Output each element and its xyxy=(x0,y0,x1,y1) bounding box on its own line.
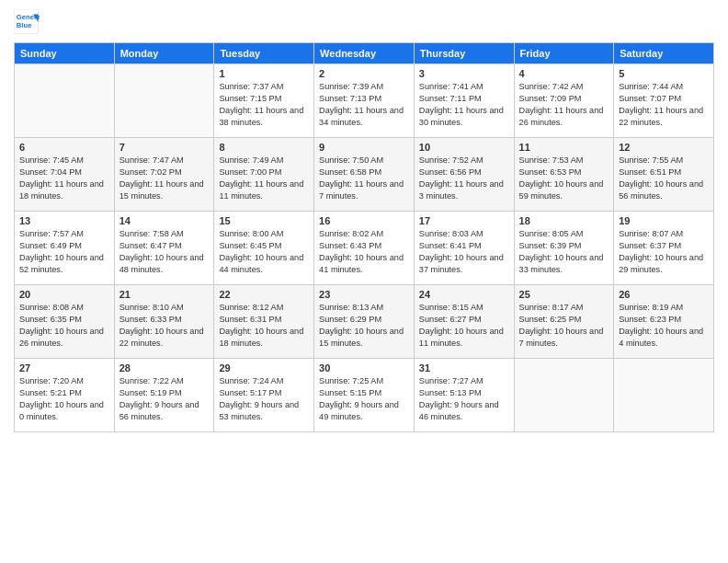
day-header-saturday: Saturday xyxy=(614,43,714,64)
day-number: 17 xyxy=(419,215,509,226)
day-info: Sunrise: 8:05 AM Sunset: 6:39 PM Dayligh… xyxy=(519,228,609,276)
day-info: Sunrise: 7:53 AM Sunset: 6:53 PM Dayligh… xyxy=(519,155,609,202)
day-number: 31 xyxy=(419,362,509,373)
day-info: Sunrise: 7:47 AM Sunset: 7:02 PM Dayligh… xyxy=(119,155,210,202)
day-number: 21 xyxy=(119,289,210,300)
calendar-cell: 4Sunrise: 7:42 AM Sunset: 7:09 PM Daylig… xyxy=(514,64,614,138)
day-info: Sunrise: 7:41 AM Sunset: 7:11 PM Dayligh… xyxy=(419,81,509,129)
logo: General Blue xyxy=(14,9,41,35)
day-info: Sunrise: 7:42 AM Sunset: 7:09 PM Dayligh… xyxy=(519,81,609,129)
calendar-cell: 26Sunrise: 8:19 AM Sunset: 6:23 PM Dayli… xyxy=(614,285,714,359)
day-info: Sunrise: 7:20 AM Sunset: 5:21 PM Dayligh… xyxy=(19,375,109,423)
day-info: Sunrise: 7:45 AM Sunset: 7:04 PM Dayligh… xyxy=(19,155,109,202)
day-number: 28 xyxy=(119,362,210,373)
calendar-cell: 17Sunrise: 8:03 AM Sunset: 6:41 PM Dayli… xyxy=(414,212,514,285)
logo-icon: General Blue xyxy=(14,9,40,35)
day-info: Sunrise: 7:58 AM Sunset: 6:47 PM Dayligh… xyxy=(119,228,210,276)
day-info: Sunrise: 7:37 AM Sunset: 7:15 PM Dayligh… xyxy=(219,81,309,129)
day-info: Sunrise: 7:24 AM Sunset: 5:17 PM Dayligh… xyxy=(219,375,309,423)
calendar-cell xyxy=(114,64,214,138)
day-header-friday: Friday xyxy=(514,43,614,64)
svg-text:Blue: Blue xyxy=(17,21,32,29)
day-number: 11 xyxy=(519,142,609,153)
day-number: 23 xyxy=(319,289,409,300)
calendar-cell: 18Sunrise: 8:05 AM Sunset: 6:39 PM Dayli… xyxy=(514,212,614,285)
day-number: 19 xyxy=(619,215,709,226)
day-info: Sunrise: 7:50 AM Sunset: 6:58 PM Dayligh… xyxy=(319,155,409,202)
day-number: 13 xyxy=(19,215,109,226)
calendar-cell: 28Sunrise: 7:22 AM Sunset: 5:19 PM Dayli… xyxy=(114,359,214,432)
calendar-cell: 1Sunrise: 7:37 AM Sunset: 7:15 PM Daylig… xyxy=(214,64,314,138)
day-info: Sunrise: 8:08 AM Sunset: 6:35 PM Dayligh… xyxy=(19,302,109,350)
day-number: 7 xyxy=(119,142,210,153)
calendar-cell: 10Sunrise: 7:52 AM Sunset: 6:56 PM Dayli… xyxy=(414,138,514,212)
day-number: 22 xyxy=(219,289,309,300)
calendar-cell: 2Sunrise: 7:39 AM Sunset: 7:13 PM Daylig… xyxy=(314,64,415,138)
calendar-cell: 15Sunrise: 8:00 AM Sunset: 6:45 PM Dayli… xyxy=(214,212,314,285)
calendar-cell: 31Sunrise: 7:27 AM Sunset: 5:13 PM Dayli… xyxy=(414,359,514,432)
day-info: Sunrise: 7:57 AM Sunset: 6:49 PM Dayligh… xyxy=(19,228,109,276)
calendar-cell: 30Sunrise: 7:25 AM Sunset: 5:15 PM Dayli… xyxy=(314,359,415,432)
calendar-cell: 25Sunrise: 8:17 AM Sunset: 6:25 PM Dayli… xyxy=(514,285,614,359)
day-number: 16 xyxy=(319,215,409,226)
calendar-cell: 29Sunrise: 7:24 AM Sunset: 5:17 PM Dayli… xyxy=(214,359,314,432)
day-info: Sunrise: 8:15 AM Sunset: 6:27 PM Dayligh… xyxy=(419,302,509,350)
day-info: Sunrise: 7:25 AM Sunset: 5:15 PM Dayligh… xyxy=(319,375,409,423)
day-number: 24 xyxy=(419,289,509,300)
calendar-table: SundayMondayTuesdayWednesdayThursdayFrid… xyxy=(14,42,714,432)
day-info: Sunrise: 8:03 AM Sunset: 6:41 PM Dayligh… xyxy=(419,228,509,276)
calendar-cell: 19Sunrise: 8:07 AM Sunset: 6:37 PM Dayli… xyxy=(614,212,714,285)
day-header-wednesday: Wednesday xyxy=(314,43,415,64)
day-info: Sunrise: 7:44 AM Sunset: 7:07 PM Dayligh… xyxy=(619,81,709,129)
day-info: Sunrise: 8:13 AM Sunset: 6:29 PM Dayligh… xyxy=(319,302,409,350)
calendar-cell: 21Sunrise: 8:10 AM Sunset: 6:33 PM Dayli… xyxy=(114,285,214,359)
calendar-cell xyxy=(614,359,714,432)
day-number: 14 xyxy=(119,215,210,226)
day-number: 18 xyxy=(519,215,609,226)
day-number: 5 xyxy=(619,68,709,79)
day-number: 8 xyxy=(219,142,309,153)
day-header-monday: Monday xyxy=(114,43,214,64)
calendar-cell: 13Sunrise: 7:57 AM Sunset: 6:49 PM Dayli… xyxy=(15,212,115,285)
day-info: Sunrise: 7:49 AM Sunset: 7:00 PM Dayligh… xyxy=(219,155,309,202)
day-number: 4 xyxy=(519,68,609,79)
day-info: Sunrise: 8:02 AM Sunset: 6:43 PM Dayligh… xyxy=(319,228,409,276)
day-info: Sunrise: 7:27 AM Sunset: 5:13 PM Dayligh… xyxy=(419,375,509,423)
day-number: 2 xyxy=(319,68,409,79)
calendar-cell: 16Sunrise: 8:02 AM Sunset: 6:43 PM Dayli… xyxy=(314,212,415,285)
calendar-cell: 11Sunrise: 7:53 AM Sunset: 6:53 PM Dayli… xyxy=(514,138,614,212)
calendar-cell: 5Sunrise: 7:44 AM Sunset: 7:07 PM Daylig… xyxy=(614,64,714,138)
day-info: Sunrise: 7:52 AM Sunset: 6:56 PM Dayligh… xyxy=(419,155,509,202)
calendar-cell: 23Sunrise: 8:13 AM Sunset: 6:29 PM Dayli… xyxy=(314,285,415,359)
day-info: Sunrise: 7:55 AM Sunset: 6:51 PM Dayligh… xyxy=(619,155,709,202)
calendar-cell: 8Sunrise: 7:49 AM Sunset: 7:00 PM Daylig… xyxy=(214,138,314,212)
day-number: 20 xyxy=(19,289,109,300)
calendar-cell: 14Sunrise: 7:58 AM Sunset: 6:47 PM Dayli… xyxy=(114,212,214,285)
day-info: Sunrise: 8:07 AM Sunset: 6:37 PM Dayligh… xyxy=(619,228,709,276)
day-info: Sunrise: 8:12 AM Sunset: 6:31 PM Dayligh… xyxy=(219,302,309,350)
calendar-cell xyxy=(15,64,115,138)
calendar-cell: 9Sunrise: 7:50 AM Sunset: 6:58 PM Daylig… xyxy=(314,138,415,212)
calendar-cell: 24Sunrise: 8:15 AM Sunset: 6:27 PM Dayli… xyxy=(414,285,514,359)
day-header-thursday: Thursday xyxy=(414,43,514,64)
day-info: Sunrise: 7:39 AM Sunset: 7:13 PM Dayligh… xyxy=(319,81,409,129)
calendar-cell: 7Sunrise: 7:47 AM Sunset: 7:02 PM Daylig… xyxy=(114,138,214,212)
day-number: 12 xyxy=(619,142,709,153)
day-number: 15 xyxy=(219,215,309,226)
day-number: 30 xyxy=(319,362,409,373)
calendar-cell: 27Sunrise: 7:20 AM Sunset: 5:21 PM Dayli… xyxy=(15,359,115,432)
day-info: Sunrise: 8:17 AM Sunset: 6:25 PM Dayligh… xyxy=(519,302,609,350)
calendar-cell xyxy=(514,359,614,432)
calendar-cell: 6Sunrise: 7:45 AM Sunset: 7:04 PM Daylig… xyxy=(15,138,115,212)
day-number: 9 xyxy=(319,142,409,153)
calendar-cell: 22Sunrise: 8:12 AM Sunset: 6:31 PM Dayli… xyxy=(214,285,314,359)
day-info: Sunrise: 8:00 AM Sunset: 6:45 PM Dayligh… xyxy=(219,228,309,276)
day-number: 10 xyxy=(419,142,509,153)
day-header-sunday: Sunday xyxy=(15,43,115,64)
day-number: 25 xyxy=(519,289,609,300)
day-number: 29 xyxy=(219,362,309,373)
day-info: Sunrise: 7:22 AM Sunset: 5:19 PM Dayligh… xyxy=(119,375,210,423)
calendar-header: SundayMondayTuesdayWednesdayThursdayFrid… xyxy=(15,43,714,64)
day-header-tuesday: Tuesday xyxy=(214,43,314,64)
day-info: Sunrise: 8:10 AM Sunset: 6:33 PM Dayligh… xyxy=(119,302,210,350)
